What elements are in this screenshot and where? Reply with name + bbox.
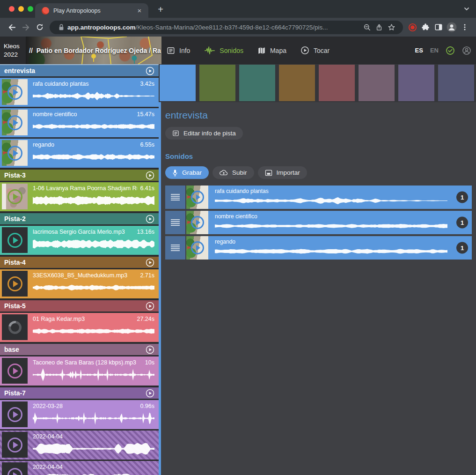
track-play-icon[interactable] [146, 171, 154, 180]
url-text[interactable]: app.antropoloops.com/Kleos-Santa-Marina/… [67, 24, 361, 31]
track-header[interactable]: Pista-7 [0, 387, 159, 399]
drag-handle[interactable] [165, 186, 185, 209]
maximize-window-button[interactable] [28, 6, 33, 12]
sound-thumbnail-loading[interactable] [2, 314, 28, 340]
reload-button[interactable] [33, 20, 47, 34]
sound-thumbnail[interactable] [2, 184, 28, 209]
forward-button[interactable] [19, 20, 33, 34]
track-section-pista-4: Pista-4 33ESX6038_B5_Muthedukkum.mp32.71… [0, 257, 159, 298]
project-title-line1: Kleos [4, 42, 20, 50]
browser-profile-avatar[interactable] [445, 21, 458, 34]
sound-item-processing[interactable]: 2022-04-04 [0, 430, 159, 460]
upload-button-label: Subir [232, 169, 247, 176]
track-play-icon[interactable] [146, 258, 154, 267]
track-play-icon[interactable] [146, 302, 154, 311]
sound-row-body[interactable]: rafa cuidando plantas 1 [208, 186, 472, 209]
bookmark-star-icon[interactable] [385, 21, 397, 33]
sound-thumbnail[interactable] [2, 401, 28, 427]
zoom-page-icon[interactable] [361, 21, 373, 33]
sound-thumbnail[interactable] [2, 140, 28, 166]
track-play-icon[interactable] [146, 67, 154, 75]
minimize-window-button[interactable] [18, 6, 24, 12]
sound-item[interactable]: Taconeo de Sara Baras (128 kbps).mp310s [0, 356, 159, 386]
track-swatch[interactable] [438, 65, 474, 101]
extensions-puzzle-icon[interactable] [419, 21, 432, 34]
app-body: entrevista rafa cuidando plantas3.42s no… [0, 64, 476, 475]
upload-button[interactable]: Subir [212, 166, 254, 179]
nav-tab-info[interactable]: Info [167, 46, 190, 55]
sound-thumbnail[interactable] [2, 358, 28, 384]
track-swatch[interactable] [239, 65, 275, 101]
record-extension-icon[interactable] [406, 21, 419, 34]
sound-item[interactable]: 01 Raga Kedar.mp327.24s [0, 313, 159, 342]
drag-handle[interactable] [165, 211, 185, 234]
track-swatch[interactable] [279, 65, 315, 101]
track-header[interactable]: Pista-5 [0, 300, 159, 312]
back-button[interactable] [5, 20, 19, 34]
sound-thumbnail[interactable] [2, 110, 28, 135]
sound-item[interactable]: rafa cuidando plantas3.42s [0, 78, 159, 107]
record-button[interactable]: Grabar [165, 166, 209, 179]
sound-item[interactable]: lacrimosa Sergio García Merlo.mp313.16s [0, 226, 159, 255]
play-icon [7, 115, 22, 130]
track-play-icon[interactable] [146, 389, 154, 398]
track-header[interactable]: base [0, 344, 159, 355]
browser-tab[interactable]: Play Antropoloops × [35, 3, 148, 18]
share-icon[interactable] [373, 21, 385, 33]
sound-thumbnail[interactable] [186, 186, 208, 209]
sound-item[interactable]: regando6.55s [0, 139, 159, 168]
new-tab-button[interactable]: + [155, 4, 166, 15]
nav-tab-sonidos[interactable]: Sonidos [204, 46, 243, 55]
breadcrumb[interactable]: // Patio en Bordador Rodríguez Ojeda / R… [29, 37, 161, 64]
loading-spinner-icon [6, 318, 24, 336]
track-play-icon[interactable] [146, 345, 154, 354]
track-play-icon[interactable] [146, 215, 154, 223]
import-button[interactable]: Importar [258, 166, 307, 179]
sound-row[interactable]: nombre cientifico 1 [165, 211, 472, 234]
lock-icon[interactable] [55, 21, 67, 33]
nav-tab-tocar[interactable]: Tocar [300, 46, 330, 55]
sound-row-body[interactable]: regando 1 [208, 236, 472, 260]
sound-item[interactable]: 33ESX6038_B5_Muthedukkum.mp32.71s [0, 269, 159, 298]
drag-handle[interactable] [165, 236, 185, 260]
side-panel-icon[interactable] [432, 21, 445, 34]
browser-menu-kebab-icon[interactable] [458, 21, 471, 34]
sound-duration: 6.41s [140, 185, 154, 192]
account-icon[interactable] [462, 46, 471, 55]
sound-content: 2022-04-04 [28, 430, 159, 460]
tab-close-icon[interactable]: × [135, 7, 144, 15]
track-swatch[interactable] [398, 65, 434, 101]
sound-thumbnail[interactable] [2, 432, 28, 458]
sound-item[interactable]: nombre cientifico15.47s [0, 108, 159, 137]
lang-en-button[interactable]: EN [430, 47, 439, 54]
track-swatch[interactable] [319, 65, 355, 101]
lang-es-button[interactable]: ES [415, 47, 423, 54]
track-swatch[interactable] [359, 65, 395, 101]
sound-thumbnail[interactable] [186, 236, 208, 260]
track-header[interactable]: Pista-2 [0, 213, 159, 224]
track-header[interactable]: Pista-4 [0, 257, 159, 268]
sound-thumbnail[interactable] [2, 227, 28, 253]
sound-thumbnail[interactable] [2, 462, 28, 475]
sound-thumbnail[interactable] [186, 211, 208, 234]
sound-row[interactable]: rafa cuidando plantas 1 [165, 186, 472, 209]
track-header[interactable]: entrevista [0, 64, 159, 76]
sound-item-processing[interactable]: 2022-04-04 [0, 461, 159, 475]
track-section-base: base Taconeo de Sara Baras (128 kbps).mp… [0, 344, 159, 386]
saved-check-icon[interactable] [446, 46, 455, 55]
tab-search-chevron-icon[interactable] [463, 6, 470, 12]
close-window-button[interactable] [9, 6, 15, 12]
track-header[interactable]: Pista-3 [0, 170, 159, 181]
url-bar[interactable]: app.antropoloops.com/Kleos-Santa-Marina/… [50, 21, 403, 34]
sound-row[interactable]: regando 1 [165, 236, 472, 260]
track-name: Pista-2 [4, 215, 146, 223]
sound-thumbnail[interactable] [2, 79, 28, 105]
track-swatch[interactable] [160, 65, 196, 101]
sound-item[interactable]: 1-06 Lavanya Rama Poorna Shadjam Rupak..… [0, 182, 159, 211]
nav-tab-mapa[interactable]: Mapa [257, 46, 286, 55]
sound-thumbnail[interactable] [2, 271, 28, 297]
sound-row-body[interactable]: nombre cientifico 1 [208, 211, 472, 234]
edit-track-info-button[interactable]: Editar info de pista [165, 127, 243, 140]
sound-item[interactable]: 2022-03-280.96s [0, 400, 159, 429]
track-swatch[interactable] [199, 65, 235, 101]
